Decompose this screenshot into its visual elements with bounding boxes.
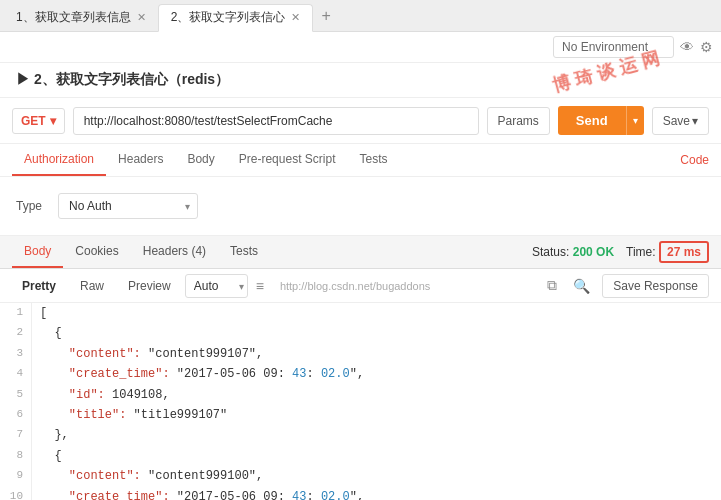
eye-icon[interactable]: 👁 — [680, 39, 694, 55]
line-content: "title": "title999107" — [40, 405, 227, 425]
tab-1[interactable]: 1、获取文章列表信息 ✕ — [4, 4, 158, 32]
tab-2[interactable]: 2、获取文字列表信心 ✕ — [158, 4, 314, 32]
json-line: 9 "content": "content999100", — [0, 466, 721, 486]
env-bar: No Environment 👁 ⚙ — [0, 32, 721, 63]
settings-icon[interactable]: ⚙ — [700, 39, 713, 55]
tab-pre-request-script[interactable]: Pre-request Script — [227, 144, 348, 176]
save-response-button[interactable]: Save Response — [602, 274, 709, 298]
tab-authorization[interactable]: Authorization — [12, 144, 106, 176]
line-number: 6 — [0, 405, 32, 425]
method-label: GET — [21, 114, 46, 128]
format-raw[interactable]: Raw — [70, 274, 114, 298]
status-label: Status: 200 OK — [532, 245, 614, 259]
time-label: Time: 27 ms — [626, 245, 709, 259]
send-dropdown-icon[interactable]: ▾ — [627, 108, 644, 133]
title-arrow: ▶ — [16, 71, 34, 87]
line-content: "content": "content999107", — [40, 344, 263, 364]
line-content: "create_time": "2017-05-06 09: 43: 02.0"… — [40, 487, 364, 500]
save-button[interactable]: Save ▾ — [652, 107, 709, 135]
method-chevron-icon: ▾ — [50, 114, 56, 128]
json-line: 3 "content": "content999107", — [0, 344, 721, 364]
tab-1-label: 1、获取文章列表信息 — [16, 9, 131, 26]
add-tab-button[interactable]: + — [313, 2, 338, 30]
format-select[interactable]: Auto JSON XML HTML — [185, 274, 248, 298]
line-content: "create_time": "2017-05-06 09: 43: 02.0"… — [40, 364, 364, 384]
tab-headers[interactable]: Headers — [106, 144, 175, 176]
resp-toolbar-right: ⧉ 🔍 Save Response — [543, 273, 709, 298]
line-number: 5 — [0, 385, 32, 405]
json-line: 8 { — [0, 446, 721, 466]
response-tabs: Body Cookies Headers (4) Tests Status: 2… — [0, 236, 721, 269]
auth-type-label: Type — [16, 199, 42, 213]
line-content: "content": "content999100", — [40, 466, 263, 486]
response-status: Status: 200 OK Time: 27 ms — [532, 245, 709, 259]
tab-2-label: 2、获取文字列表信心 — [171, 9, 286, 26]
json-line: 2 { — [0, 323, 721, 343]
line-number: 9 — [0, 466, 32, 486]
code-link[interactable]: Code — [680, 145, 709, 175]
title-text: 2、获取文字列表信心（redis） — [34, 71, 229, 87]
environment-select[interactable]: No Environment — [553, 36, 674, 58]
line-content: [ — [40, 303, 47, 323]
tab-body[interactable]: Body — [175, 144, 226, 176]
json-line: 10 "create_time": "2017-05-06 09: 43: 02… — [0, 487, 721, 500]
line-content: { — [40, 446, 62, 466]
format-preview[interactable]: Preview — [118, 274, 181, 298]
line-number: 7 — [0, 425, 32, 445]
line-number: 8 — [0, 446, 32, 466]
line-number: 10 — [0, 487, 32, 500]
send-button-group: Send ▾ — [558, 106, 644, 135]
save-chevron-icon: ▾ — [692, 114, 698, 128]
auth-type-select[interactable]: No Auth Bearer Token Basic Auth API Key — [58, 193, 198, 219]
url-bar: GET ▾ Params Send ▾ Save ▾ — [0, 98, 721, 144]
json-line: 4 "create_time": "2017-05-06 09: 43: 02.… — [0, 364, 721, 384]
tab-bar: 1、获取文章列表信息 ✕ 2、获取文字列表信心 ✕ + — [0, 0, 721, 32]
line-content: }, — [40, 425, 69, 445]
json-line: 1[ — [0, 303, 721, 323]
wrap-icon[interactable]: ≡ — [252, 274, 268, 298]
resp-tab-tests[interactable]: Tests — [218, 236, 270, 268]
line-number: 3 — [0, 344, 32, 364]
status-code: 200 OK — [573, 245, 614, 259]
method-select[interactable]: GET ▾ — [12, 108, 65, 134]
send-button[interactable]: Send — [558, 106, 627, 135]
line-number: 2 — [0, 323, 32, 343]
line-content: { — [40, 323, 62, 343]
json-line: 7 }, — [0, 425, 721, 445]
params-button[interactable]: Params — [487, 107, 550, 135]
search-icon[interactable]: 🔍 — [569, 274, 594, 298]
json-line: 5 "id": 1049108, — [0, 385, 721, 405]
resp-tab-headers[interactable]: Headers (4) — [131, 236, 218, 268]
auth-section: Type No Auth Bearer Token Basic Auth API… — [0, 177, 721, 236]
request-tabs: Authorization Headers Body Pre-request S… — [0, 144, 721, 177]
line-number: 4 — [0, 364, 32, 384]
resp-tab-cookies[interactable]: Cookies — [63, 236, 130, 268]
tab-2-close[interactable]: ✕ — [291, 11, 300, 24]
line-content: "id": 1049108, — [40, 385, 170, 405]
tab-1-close[interactable]: ✕ — [137, 11, 146, 24]
request-title: ▶ 2、获取文字列表信心（redis） — [0, 63, 721, 98]
resp-tab-body[interactable]: Body — [12, 236, 63, 268]
preview-link: http://blog.csdn.net/bugaddons — [280, 280, 430, 292]
time-badge: 27 ms — [659, 241, 709, 263]
url-input[interactable] — [73, 107, 479, 135]
json-response-body: 1[2 {3 "content": "content999107",4 "cre… — [0, 303, 721, 500]
line-number: 1 — [0, 303, 32, 323]
json-line: 6 "title": "title999107" — [0, 405, 721, 425]
copy-icon[interactable]: ⧉ — [543, 273, 561, 298]
format-pretty[interactable]: Pretty — [12, 274, 66, 298]
tab-tests[interactable]: Tests — [347, 144, 399, 176]
response-toolbar: Pretty Raw Preview Auto JSON XML HTML ▾ … — [0, 269, 721, 303]
